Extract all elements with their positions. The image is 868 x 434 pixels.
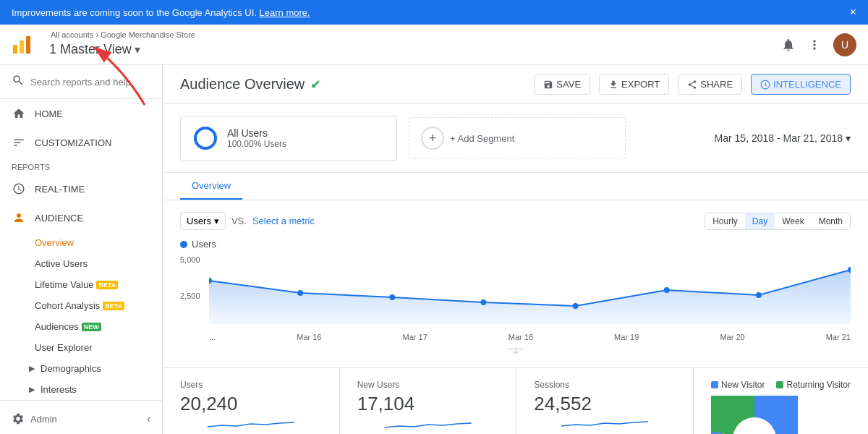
- header: All accounts › Google Merchandise Store …: [0, 25, 868, 65]
- home-icon: [12, 106, 26, 121]
- banner-close[interactable]: ×: [850, 6, 856, 19]
- sidebar-bottom: Admin ‹: [0, 400, 162, 434]
- share-button[interactable]: SHARE: [678, 74, 742, 95]
- date-range-selector[interactable]: Mar 15, 2018 - Mar 21, 2018 ▾: [715, 132, 851, 144]
- stat-users-value: 20,240: [180, 393, 322, 415]
- intelligence-button[interactable]: INTELLIGENCE: [751, 74, 851, 95]
- stat-sessions: Sessions 24,552: [516, 368, 694, 434]
- stat-sessions-label: Sessions: [534, 380, 676, 390]
- content-area: Audience Overview ✔ SAVE EXPORT SHARE: [163, 65, 868, 434]
- sidebar-item-home[interactable]: HOME: [0, 99, 162, 128]
- stat-users-label: Users: [180, 380, 322, 390]
- stat-users: Users 20,240: [163, 368, 340, 434]
- sidebar-sub-overview[interactable]: Overview: [0, 232, 162, 253]
- date-dropdown-icon: ▾: [846, 132, 851, 144]
- segment-sub: 100.00% Users: [227, 139, 385, 149]
- svg-point-6: [200, 132, 211, 144]
- account-dropdown-arrow: ▾: [135, 43, 140, 56]
- vs-label: VS.: [231, 216, 247, 226]
- returning-visitor-dot: [776, 381, 783, 388]
- sidebar-item-realtime[interactable]: REAL-TIME: [0, 174, 162, 203]
- realtime-icon: [12, 182, 26, 196]
- metric-selector: Users ▾ VS. Select a metric: [180, 212, 315, 230]
- segment-name: All Users: [227, 127, 385, 139]
- svg-point-11: [480, 299, 486, 305]
- time-week[interactable]: Week: [775, 213, 811, 229]
- search-input[interactable]: [30, 77, 150, 88]
- chart-area: Users ▾ VS. Select a metric Hourly Day W…: [163, 200, 868, 368]
- stat-new-users: New Users 17,104: [340, 368, 517, 434]
- new-visitor-dot: [711, 381, 718, 388]
- time-day[interactable]: Day: [745, 213, 775, 229]
- stat-new-users-sparkline: [357, 418, 499, 434]
- add-segment-button[interactable]: + + Add Segment: [409, 117, 626, 159]
- svg-point-10: [389, 294, 395, 300]
- segment-donut-icon: [192, 125, 218, 151]
- realtime-label: REAL-TIME: [35, 184, 85, 195]
- analytics-logo-icon: [12, 35, 32, 55]
- add-segment-circle-icon: +: [421, 127, 444, 150]
- search-area: [0, 65, 162, 99]
- chart-container: 5,000 2,500: [180, 255, 851, 342]
- sidebar-sub-audiences[interactable]: Audiences NEW: [0, 316, 162, 337]
- header-right: U: [781, 33, 856, 56]
- settings-item[interactable]: Admin ‹: [0, 407, 162, 431]
- search-icon: [12, 74, 25, 90]
- customization-icon: [12, 135, 26, 150]
- demographics-expand-icon: ▶: [29, 364, 35, 373]
- sidebar-sub-cohort-analysis[interactable]: Cohort Analysis BETA: [0, 295, 162, 316]
- svg-point-12: [573, 303, 579, 309]
- account-selector[interactable]: 1 Master View ▾: [49, 42, 140, 57]
- tab-overview[interactable]: Overview: [180, 173, 242, 200]
- stat-users-sparkline: [180, 418, 322, 434]
- sidebar-collapse-icon[interactable]: ‹: [147, 413, 150, 425]
- svg-point-13: [664, 287, 670, 293]
- svg-point-9: [297, 290, 303, 296]
- svg-rect-1: [20, 41, 24, 54]
- verified-icon: ✔: [310, 77, 321, 93]
- x-axis-labels: ... Mar 16 Mar 17 Mar 18 Mar 19 Mar 20 M…: [209, 333, 851, 341]
- breadcrumb: All accounts › Google Merchandise Store: [51, 30, 195, 39]
- sidebar-sub-user-explorer[interactable]: User Explorer: [0, 337, 162, 358]
- content-actions: SAVE EXPORT SHARE INTELLIGENCE: [534, 74, 851, 95]
- sidebar-sub-active-users[interactable]: Active Users: [0, 253, 162, 274]
- sidebar-sub-demographics[interactable]: ▶ Demographics: [0, 358, 162, 379]
- export-button[interactable]: EXPORT: [599, 74, 669, 95]
- stat-new-users-value: 17,104: [357, 393, 499, 415]
- segments-row: All Users 100.00% Users + + Add Segment …: [163, 104, 868, 173]
- all-users-segment[interactable]: All Users 100.00% Users: [180, 116, 397, 161]
- stat-sessions-value: 24,552: [534, 393, 676, 415]
- sidebar-sub-lifetime-value[interactable]: Lifetime Value BETA: [0, 274, 162, 295]
- reports-section-label: Reports: [0, 157, 162, 174]
- legend-returning-visitor: Returning Visitor: [776, 380, 851, 390]
- time-month[interactable]: Month: [812, 213, 850, 229]
- notifications-icon[interactable]: [781, 38, 796, 52]
- chart-svg-wrap: [209, 255, 851, 330]
- pie-area: New Visitor Returning Visitor 22.3%: [694, 368, 868, 434]
- audience-label: AUDIENCE: [35, 213, 83, 224]
- sidebar-item-customization[interactable]: CUSTOMIZATION: [0, 128, 162, 157]
- logo: [12, 35, 38, 55]
- save-button[interactable]: SAVE: [534, 74, 590, 95]
- banner-text: Improvements are coming soon to the Goog…: [12, 7, 310, 18]
- more-options-icon[interactable]: [807, 38, 822, 52]
- stat-sessions-sparkline: [534, 418, 676, 434]
- page-title: Audience Overview: [180, 76, 305, 93]
- home-label: HOME: [35, 109, 63, 119]
- line-chart-svg: [209, 255, 851, 328]
- sidebar-item-audience[interactable]: AUDIENCE: [0, 203, 162, 232]
- add-segment-label: + Add Segment: [450, 133, 514, 144]
- sidebar-sub-interests[interactable]: ▶ Interests: [0, 379, 162, 400]
- svg-marker-7: [209, 270, 851, 324]
- user-avatar[interactable]: U: [833, 33, 856, 56]
- select-metric[interactable]: Select a metric: [252, 216, 315, 226]
- svg-point-14: [756, 292, 762, 298]
- banner-learn-more[interactable]: Learn more.: [260, 7, 310, 18]
- top-banner: Improvements are coming soon to the Goog…: [0, 0, 868, 25]
- time-buttons: Hourly Day Week Month: [705, 213, 851, 230]
- time-hourly[interactable]: Hourly: [705, 213, 745, 229]
- svg-rect-0: [13, 45, 17, 54]
- metric-dropdown-arrow: ▾: [214, 216, 219, 226]
- beta-badge-lifetime: BETA: [96, 281, 118, 289]
- metric-dropdown[interactable]: Users ▾: [180, 212, 226, 230]
